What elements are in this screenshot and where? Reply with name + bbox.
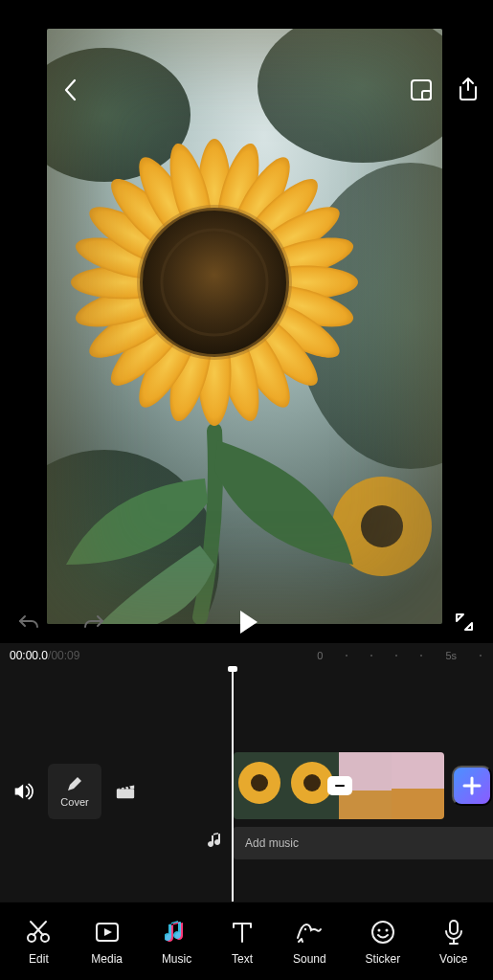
svg-point-27	[372, 922, 393, 943]
clapper-icon	[115, 782, 136, 801]
play-button[interactable]	[227, 602, 267, 642]
total-duration: /00:09	[48, 649, 79, 662]
scissors-icon	[25, 920, 52, 945]
tool-sticker-label: Sticker	[366, 952, 401, 966]
tool-text[interactable]: Text	[231, 918, 254, 966]
text-icon	[231, 920, 254, 945]
svg-point-15	[251, 774, 268, 791]
tool-media[interactable]: Media	[91, 918, 123, 966]
expand-icon	[453, 611, 476, 634]
playhead[interactable]	[232, 668, 234, 902]
tool-voice-label: Voice	[439, 952, 467, 966]
bottom-toolbar: Edit Media Music Text Sound Sticker Voic…	[0, 902, 493, 980]
volume-icon	[13, 781, 34, 802]
ruler-five: 5s	[445, 650, 457, 661]
svg-rect-30	[450, 921, 458, 934]
tool-music-label: Music	[162, 952, 191, 966]
share-button[interactable]	[453, 73, 483, 107]
crop-button[interactable]	[405, 74, 437, 106]
transition-button[interactable]	[327, 776, 352, 795]
voice-icon	[443, 919, 464, 946]
tool-sound[interactable]: Sound	[293, 918, 326, 966]
plus-icon	[461, 775, 482, 796]
clip-thumb	[234, 752, 286, 819]
svg-rect-21	[392, 752, 444, 789]
time-readout: 00:00.0/00:09 0 5s	[0, 643, 493, 668]
redo-icon	[82, 612, 105, 632]
ruler-zero: 0	[317, 650, 323, 661]
back-button[interactable]	[57, 73, 84, 107]
tool-edit-label: Edit	[29, 952, 49, 966]
minus-icon	[335, 785, 345, 787]
timeline[interactable]: Cover Add music	[0, 668, 493, 902]
crop-icon	[409, 78, 434, 102]
back-icon	[61, 77, 80, 103]
add-clip-button[interactable]	[452, 766, 492, 806]
media-icon	[94, 921, 121, 944]
clapperboard-button[interactable]	[111, 777, 140, 806]
svg-point-26	[304, 927, 306, 929]
sticker-icon	[370, 920, 395, 945]
pencil-icon	[66, 775, 83, 792]
redo-button[interactable]	[78, 609, 109, 635]
add-music-label: Add music	[245, 836, 299, 850]
svg-rect-22	[392, 789, 444, 819]
tool-sound-label: Sound	[293, 952, 326, 966]
tool-media-label: Media	[91, 952, 123, 966]
volume-button[interactable]	[10, 777, 38, 806]
cover-label: Cover	[60, 796, 88, 808]
clip-thumb	[392, 752, 444, 819]
undo-button[interactable]	[13, 609, 44, 635]
tool-sticker[interactable]: Sticker	[366, 918, 401, 966]
svg-rect-12	[117, 789, 134, 798]
music-icon	[165, 919, 190, 946]
fullscreen-button[interactable]	[449, 607, 480, 637]
add-music-track[interactable]: Add music	[234, 827, 493, 859]
svg-point-18	[303, 774, 321, 791]
tool-edit[interactable]: Edit	[25, 918, 52, 966]
note-icon	[207, 831, 224, 850]
share-icon	[457, 77, 480, 103]
video-clip-track[interactable]	[234, 752, 492, 819]
undo-icon	[17, 612, 40, 632]
current-time: 00:00.0	[10, 649, 48, 662]
video-preview-area	[0, 0, 493, 643]
cover-button[interactable]: Cover	[48, 764, 101, 819]
tool-music[interactable]: Music	[162, 918, 191, 966]
svg-point-29	[385, 928, 388, 931]
time-ruler: 0 5s	[317, 650, 482, 661]
tool-voice[interactable]: Voice	[439, 918, 467, 966]
sound-icon	[295, 921, 324, 944]
play-icon	[231, 606, 263, 638]
svg-point-6	[361, 505, 403, 547]
tool-text-label: Text	[232, 952, 253, 966]
svg-point-28	[377, 928, 380, 931]
preview-frame[interactable]	[47, 29, 442, 624]
